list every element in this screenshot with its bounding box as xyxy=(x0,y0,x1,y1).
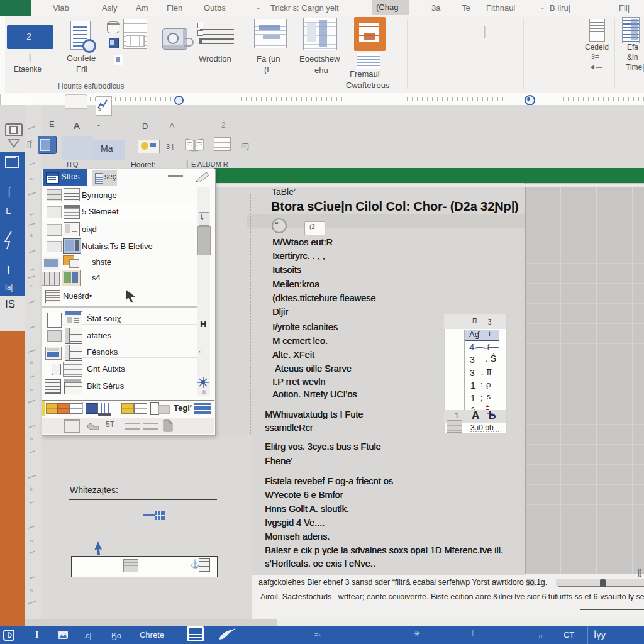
svg-text:w: w xyxy=(30,436,34,441)
svg-text:A: A xyxy=(98,107,102,112)
svg-text:s: s xyxy=(30,139,33,143)
svg-text:w: w xyxy=(30,538,34,543)
svg-text:9: 9 xyxy=(30,589,33,593)
svg-text:iii: iii xyxy=(30,360,33,365)
svg-text:a: a xyxy=(30,387,33,392)
svg-text:e: e xyxy=(30,284,33,288)
svg-text:k: k xyxy=(30,487,33,491)
svg-text:a: a xyxy=(30,177,33,181)
svg-text:8: 8 xyxy=(30,233,33,238)
